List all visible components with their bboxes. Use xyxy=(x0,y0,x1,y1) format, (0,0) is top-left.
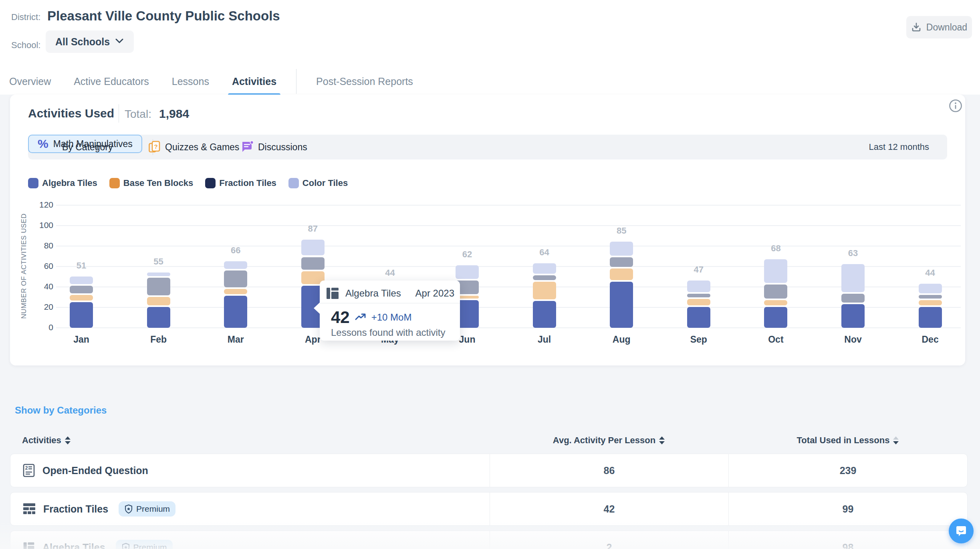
column-header-avg-activity[interactable]: Avg. Activity Per Lesson xyxy=(490,435,728,446)
bar-segment-algebra-tiles-nov[interactable] xyxy=(841,304,865,328)
premium-badge: Premium xyxy=(119,501,175,517)
tab-post-session-reports[interactable]: Post-Session Reports xyxy=(316,76,413,87)
algebra-tiles-icon xyxy=(22,541,35,549)
column-header-total-used[interactable]: Total Used in Lessons xyxy=(728,435,968,446)
bar-segment-color-tiles-sep[interactable] xyxy=(687,281,710,292)
bar-segment-base-ten-blocks-sep[interactable] xyxy=(687,299,710,305)
bar-segment-algebra-tiles-jul[interactable] xyxy=(533,301,556,328)
bar-segment-algebra-tiles-sep[interactable] xyxy=(687,307,710,328)
bar-segment-algebra-tiles-aug[interactable] xyxy=(610,282,633,328)
bar-segment-algebra-tiles-feb[interactable] xyxy=(147,307,170,328)
bar-segment-base-ten-blocks-oct[interactable] xyxy=(764,300,787,306)
bar-segment-fraction-tiles-jan[interactable] xyxy=(70,286,93,293)
bar-segment-base-ten-blocks-dec[interactable] xyxy=(919,300,942,306)
table-row-algebra-tiles[interactable]: Algebra TilesPremium298 xyxy=(10,531,968,549)
activity-name-label: Algebra Tiles xyxy=(42,542,105,549)
tooltip-series-name: Algebra Tiles xyxy=(345,288,410,299)
bar-segment-color-tiles-aug[interactable] xyxy=(610,242,633,255)
activities-used-card: Activities Used Total: 1,984 By Category… xyxy=(10,95,965,365)
show-by-categories-link[interactable]: Show by Categories xyxy=(15,405,107,416)
bar-segment-fraction-tiles-oct[interactable] xyxy=(764,285,787,298)
trend-up-icon xyxy=(355,313,367,322)
bar-segment-color-tiles-feb[interactable] xyxy=(147,272,170,276)
gridline xyxy=(56,327,961,328)
cell-activity-name: Fraction TilesPremium xyxy=(10,492,490,525)
download-button[interactable]: Download xyxy=(906,16,972,38)
y-tick-label: 40 xyxy=(25,282,53,291)
bar-total-label: 62 xyxy=(443,249,491,260)
tooltip-divider xyxy=(320,303,460,303)
bar-total-label: 47 xyxy=(675,264,723,275)
x-axis-label-jan: Jan xyxy=(57,334,105,345)
algebra-tiles-icon xyxy=(325,286,340,301)
bar-segment-fraction-tiles-mar[interactable] xyxy=(224,270,247,287)
district-name: Pleasant Ville County Public Schools xyxy=(47,8,280,24)
chat-bubble-button[interactable] xyxy=(949,519,974,543)
tooltip-arrow xyxy=(314,302,320,314)
bar-total-label: 85 xyxy=(597,226,645,236)
bar-segment-color-tiles-nov[interactable] xyxy=(841,264,865,292)
school-select-value: All Schools xyxy=(55,36,110,48)
school-select[interactable]: All Schools xyxy=(46,30,134,53)
y-tick-label: 120 xyxy=(25,200,53,210)
bar-segment-color-tiles-mar[interactable] xyxy=(224,261,247,269)
bar-segment-color-tiles-jul[interactable] xyxy=(533,263,556,274)
stacked-bar-chart: NUMBER OF ACTIVITIES USED020406080100120… xyxy=(10,95,965,365)
tab-bar-divider xyxy=(296,69,296,94)
premium-shield-icon xyxy=(124,504,133,514)
activity-name-label: Open-Ended Question xyxy=(42,465,148,476)
tab-activities[interactable]: Activities xyxy=(232,76,276,87)
avg-value: 2 xyxy=(607,542,612,549)
bar-segment-fraction-tiles-jul[interactable] xyxy=(533,275,556,280)
bar-segment-color-tiles-jan[interactable] xyxy=(70,277,93,284)
bar-segment-base-ten-blocks-jan[interactable] xyxy=(70,295,93,301)
app-root: District: Pleasant Ville County Public S… xyxy=(0,0,980,549)
tooltip-value: 42 xyxy=(331,308,350,327)
fraction-tiles-icon xyxy=(22,503,36,515)
bar-segment-base-ten-blocks-aug[interactable] xyxy=(610,268,633,280)
x-axis-label-aug: Aug xyxy=(597,334,645,345)
bar-segment-algebra-tiles-jan[interactable] xyxy=(70,302,93,328)
bar-segment-fraction-tiles-aug[interactable] xyxy=(610,257,633,267)
bar-segment-base-ten-blocks-feb[interactable] xyxy=(147,297,170,306)
cell-total-used-in-lessons: 239 xyxy=(729,454,967,487)
column-header-activities[interactable]: Activities xyxy=(22,435,71,446)
bar-segment-algebra-tiles-mar[interactable] xyxy=(224,296,247,328)
table-row-fraction-tiles[interactable]: Fraction TilesPremium4299 xyxy=(10,492,968,526)
cell-avg-activity-per-lesson: 2 xyxy=(490,531,729,549)
bar-segment-color-tiles-dec[interactable] xyxy=(919,284,942,293)
bar-segment-algebra-tiles-oct[interactable] xyxy=(764,307,787,328)
bar-total-label: 55 xyxy=(135,256,183,267)
column-header-label: Activities xyxy=(22,435,61,446)
bar-segment-color-tiles-jun[interactable] xyxy=(456,265,479,279)
y-tick-label: 80 xyxy=(25,241,53,250)
table-row-open-ended-question[interactable]: 2Open-Ended Question86239 xyxy=(10,454,968,487)
cell-activity-name: 2Open-Ended Question xyxy=(10,454,490,487)
tab-lessons[interactable]: Lessons xyxy=(172,76,209,87)
x-axis-label-sep: Sep xyxy=(675,334,723,345)
svg-text:2: 2 xyxy=(25,465,28,471)
bar-segment-algebra-tiles-dec[interactable] xyxy=(919,307,942,328)
x-axis-label-oct: Oct xyxy=(752,334,800,345)
premium-shield-icon xyxy=(121,543,130,549)
tooltip-period: Apr 2023 xyxy=(415,288,454,299)
bar-segment-fraction-tiles-dec[interactable] xyxy=(919,295,942,299)
tab-overview[interactable]: Overview xyxy=(9,76,51,87)
cell-avg-activity-per-lesson: 42 xyxy=(490,492,729,525)
x-axis-label-dec: Dec xyxy=(906,334,954,345)
bar-segment-fraction-tiles-sep[interactable] xyxy=(687,294,710,297)
chevron-down-icon xyxy=(115,38,123,45)
gridline xyxy=(56,307,961,308)
bar-segment-fraction-tiles-feb[interactable] xyxy=(147,278,170,295)
bar-segment-color-tiles-apr[interactable] xyxy=(301,240,325,255)
bar-segment-base-ten-blocks-mar[interactable] xyxy=(224,289,247,295)
gridline xyxy=(56,205,961,206)
bar-segment-fraction-tiles-apr[interactable] xyxy=(301,257,325,270)
bar-segment-base-ten-blocks-jul[interactable] xyxy=(533,282,556,299)
premium-label: Premium xyxy=(133,543,167,549)
bar-total-label: 64 xyxy=(520,247,569,258)
total-value: 239 xyxy=(840,465,857,476)
tab-active-educators[interactable]: Active Educators xyxy=(74,76,149,87)
bar-segment-fraction-tiles-nov[interactable] xyxy=(841,294,865,303)
bar-segment-color-tiles-oct[interactable] xyxy=(764,259,787,283)
